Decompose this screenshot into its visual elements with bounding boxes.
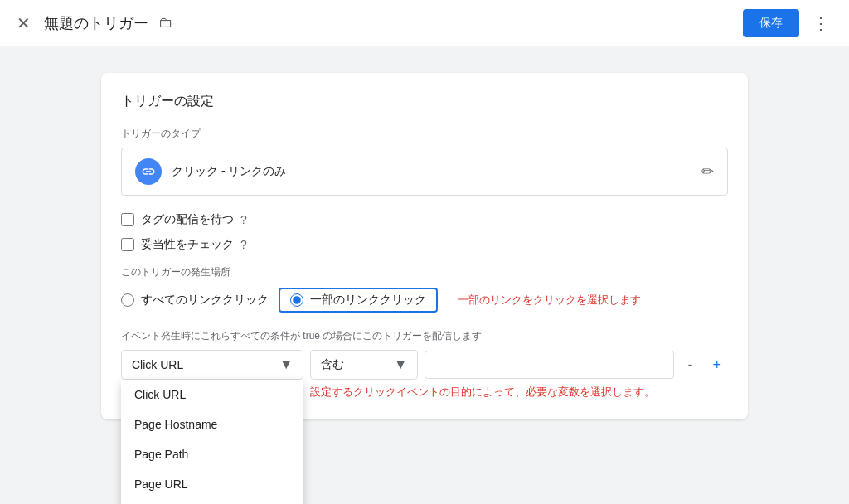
trigger-type-name: クリック - リンクのみ	[172, 164, 286, 179]
variable-dropdown[interactable]: Click URL ▼	[121, 350, 303, 380]
close-button[interactable]: ✕	[13, 12, 34, 35]
trigger-type-label: トリガーのタイプ	[121, 127, 728, 141]
all-links-label: すべてのリンククリック	[141, 293, 269, 308]
conditions-label: イベント発生時にこれらすべての条件が true の場合にこのトリガーを配信します	[121, 329, 728, 343]
all-links-radio[interactable]	[121, 293, 134, 307]
top-bar-right: 保存 ⋮	[743, 9, 836, 37]
some-links-radio-option[interactable]: 一部のリンククリック	[279, 288, 438, 313]
dropdown-item-page-path[interactable]: Page Path	[121, 439, 303, 469]
dropdown-item-page-hostname[interactable]: Page Hostname	[121, 410, 303, 439]
occurrence-section: このトリガーの発生場所 すべてのリンククリック 一部のリンククリック 一部のリン…	[121, 265, 728, 313]
dropdown-item-click-url[interactable]: Click URL	[121, 380, 303, 410]
top-bar-left: ✕ 無題のトリガー 🗀	[13, 12, 173, 35]
card-title: トリガーの設定	[121, 93, 728, 110]
trigger-type-row: クリック - リンクのみ ✏	[121, 148, 728, 196]
conditions-section: イベント発生時にこれらすべての条件が true の場合にこのトリガーを配信します…	[121, 329, 728, 400]
add-condition-button[interactable]: +	[706, 353, 728, 377]
variable-dropdown-menu: Click URL Page Hostname Page Path Page U…	[121, 380, 303, 504]
wait-tag-help-icon[interactable]: ?	[240, 213, 247, 226]
save-button[interactable]: 保存	[743, 9, 799, 37]
validity-checkbox[interactable]	[121, 238, 134, 251]
validity-checkbox-row: 妥当性をチェック ?	[121, 237, 728, 252]
all-links-radio-option[interactable]: すべてのリンククリック	[121, 293, 269, 308]
trigger-settings-card: トリガーの設定 トリガーのタイプ クリック - リンクのみ ✏ タグの配信を待つ…	[101, 73, 748, 419]
wait-tag-checkbox[interactable]	[121, 213, 134, 226]
more-menu-button[interactable]: ⋮	[806, 10, 836, 36]
top-bar: ✕ 無題のトリガー 🗀 保存 ⋮	[0, 0, 849, 46]
dropdown-item-referrer[interactable]: Referrer	[121, 499, 303, 504]
variable-dropdown-container: Click URL ▼ Click URL Page Hostname Page…	[121, 350, 303, 380]
variable-dropdown-arrow: ▼	[279, 357, 293, 372]
validity-help-icon[interactable]: ?	[240, 238, 247, 251]
dropdown-extra-annotation: 設定するクリックイベントの目的によって、必要な変数を選択します。	[310, 385, 655, 400]
edit-icon[interactable]: ✏	[701, 162, 714, 181]
occurrence-label: このトリガーの発生場所	[121, 265, 728, 279]
variable-dropdown-value: Click URL	[132, 358, 183, 371]
occurrence-annotation: 一部のリンクをクリックを選択します	[458, 293, 641, 308]
operator-dropdown-value: 含む	[321, 357, 344, 372]
some-links-label: 一部のリンククリック	[310, 293, 426, 308]
occurrence-radio-group: すべてのリンククリック 一部のリンククリック 一部のリンクをクリックを選択します	[121, 288, 728, 313]
main-content: トリガーの設定 トリガーのタイプ クリック - リンクのみ ✏ タグの配信を待つ…	[0, 46, 849, 504]
remove-condition-button[interactable]: -	[681, 353, 699, 377]
operator-dropdown[interactable]: 含む ▼	[310, 350, 418, 380]
page-title: 無題のトリガー	[44, 13, 148, 33]
folder-icon[interactable]: 🗀	[158, 14, 173, 32]
operator-dropdown-arrow: ▼	[394, 357, 407, 372]
condition-value-input[interactable]	[424, 351, 674, 379]
validity-label: 妥当性をチェック	[141, 237, 234, 252]
condition-row: Click URL ▼ Click URL Page Hostname Page…	[121, 350, 728, 380]
wait-tag-label: タグの配信を待つ	[141, 212, 234, 227]
trigger-type-left: クリック - リンクのみ	[135, 158, 286, 185]
some-links-radio[interactable]	[290, 293, 303, 307]
dropdown-item-page-url[interactable]: Page URL	[121, 469, 303, 499]
link-icon	[135, 158, 162, 185]
wait-tag-checkbox-row: タグの配信を待つ ?	[121, 212, 728, 227]
